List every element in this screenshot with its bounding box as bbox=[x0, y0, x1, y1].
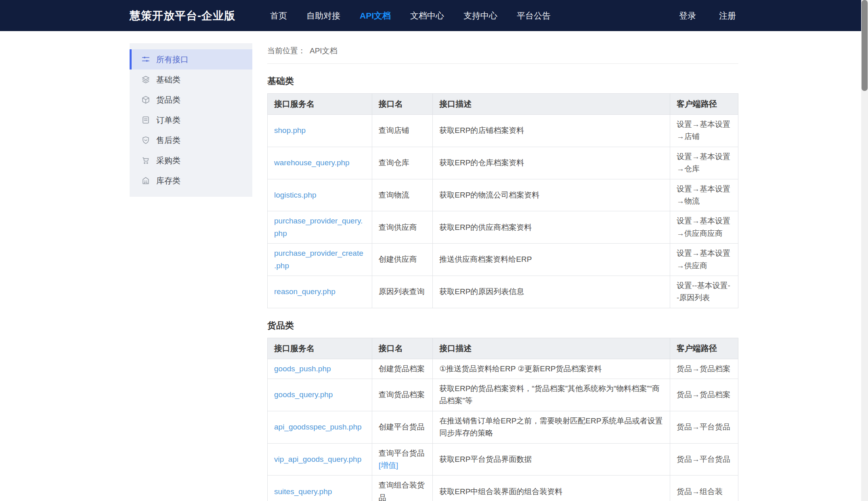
path-cell: 设置→基本设置→供应商 bbox=[670, 244, 738, 276]
top-navbar: 慧策开放平台-企业版 首页自助对接API文档文档中心支持中心平台公告 登录注册 bbox=[0, 0, 868, 31]
column-header: 客户端路径 bbox=[670, 94, 738, 115]
service-cell: purchase_provider_query.php bbox=[268, 211, 372, 244]
service-link[interactable]: reason_query.php bbox=[274, 287, 335, 296]
main-container: 所有接口基础类货品类订单类售后类采购类库存类 当前位置：API文档 基础类接口服… bbox=[130, 43, 738, 501]
client-path: 货品→货品档案 bbox=[677, 364, 730, 373]
sidebar-item-2[interactable]: 货品类 bbox=[130, 90, 252, 110]
desc-cell: 获取ERP的店铺档案资料 bbox=[433, 115, 670, 147]
service-cell: api_goodsspec_push.php bbox=[268, 411, 372, 443]
sidebar-item-1[interactable]: 基础类 bbox=[130, 69, 252, 90]
nav-item-1[interactable]: 自助对接 bbox=[306, 10, 340, 21]
sidebar-item-label: 售后类 bbox=[156, 135, 180, 146]
section-title: 基础类 bbox=[267, 75, 738, 87]
sections-wrapper: 基础类接口服务名接口名接口描述客户端路径shop.php查询店铺获取ERP的店铺… bbox=[267, 75, 738, 501]
name-cell: 查询物流 bbox=[372, 179, 432, 211]
table-row: purchase_provider_create.php创建供应商推送供应商档案… bbox=[268, 244, 738, 276]
auth-nav: 登录注册 bbox=[679, 10, 738, 21]
service-cell: goods_query.php bbox=[268, 379, 372, 411]
nav-item-0[interactable]: 首页 bbox=[270, 10, 287, 21]
sliders-icon bbox=[141, 55, 150, 64]
column-header: 接口描述 bbox=[433, 94, 670, 115]
sidebar-item-5[interactable]: 采购类 bbox=[130, 150, 252, 171]
nav-item-3[interactable]: 文档中心 bbox=[410, 10, 444, 21]
service-link[interactable]: api_goodsspec_push.php bbox=[274, 423, 362, 431]
sidebar-item-4[interactable]: 售后类 bbox=[130, 130, 252, 150]
service-link[interactable]: shop.php bbox=[274, 126, 306, 135]
service-link[interactable]: vip_api_goods_query.php bbox=[274, 455, 361, 463]
api-name: 创建货品档案 bbox=[379, 364, 425, 373]
login-link[interactable]: 登录 bbox=[679, 10, 696, 21]
column-header: 接口描述 bbox=[433, 338, 670, 359]
api-name: 查询货品档案 bbox=[379, 390, 425, 399]
name-cell: 查询店铺 bbox=[372, 115, 432, 147]
api-name: 创建平台货品 bbox=[379, 423, 425, 431]
sidebar-item-label: 库存类 bbox=[156, 175, 180, 186]
sidebar-item-6[interactable]: 库存类 bbox=[130, 171, 252, 191]
column-header: 接口名 bbox=[372, 338, 432, 359]
sidebar-item-label: 所有接口 bbox=[156, 54, 189, 65]
nav-item-2[interactable]: API文档 bbox=[360, 10, 391, 21]
name-cell: 查询仓库 bbox=[372, 147, 432, 179]
navbar-inner: 慧策开放平台-企业版 首页自助对接API文档文档中心支持中心平台公告 登录注册 bbox=[130, 0, 738, 31]
main-nav: 首页自助对接API文档文档中心支持中心平台公告 bbox=[270, 10, 551, 21]
service-cell: warehouse_query.php bbox=[268, 147, 372, 179]
sidebar-item-label: 基础类 bbox=[156, 74, 180, 85]
client-path: 设置→基本设置→物流 bbox=[677, 185, 730, 205]
api-name-extra[interactable]: [增值] bbox=[379, 461, 398, 469]
cart-icon bbox=[141, 156, 150, 165]
service-cell: purchase_provider_create.php bbox=[268, 244, 372, 276]
client-path: 设置→基本设置→仓库 bbox=[677, 152, 730, 173]
desc-cell: 获取ERP的货品档案资料，“货品档案”其他系统称为“物料档案”“商品档案”等 bbox=[433, 379, 670, 411]
table-row: purchase_provider_query.php查询供应商获取ERP的供应… bbox=[268, 211, 738, 244]
nav-item-5[interactable]: 平台公告 bbox=[517, 10, 551, 21]
desc-cell: 获取ERP平台货品界面数据 bbox=[433, 443, 670, 476]
register-link[interactable]: 注册 bbox=[719, 10, 736, 21]
breadcrumb-current: API文档 bbox=[310, 46, 338, 55]
service-link[interactable]: purchase_provider_query.php bbox=[274, 217, 363, 237]
name-cell: 查询供应商 bbox=[372, 211, 432, 244]
path-cell: 货品→货品档案 bbox=[670, 359, 738, 379]
api-name: 查询仓库 bbox=[379, 158, 409, 167]
nav-item-4[interactable]: 支持中心 bbox=[463, 10, 497, 21]
table-row: warehouse_query.php查询仓库获取ERP的仓库档案资料设置→基本… bbox=[268, 147, 738, 179]
service-link[interactable]: goods_query.php bbox=[274, 390, 333, 399]
table-row: goods_push.php创建货品档案①推送货品资料给ERP ②更新ERP货品… bbox=[268, 359, 738, 379]
api-name: 查询物流 bbox=[379, 191, 409, 199]
desc-cell: 获取ERP的仓库档案资料 bbox=[433, 147, 670, 179]
sidebar-item-0[interactable]: 所有接口 bbox=[130, 49, 252, 69]
path-cell: 货品→平台货品 bbox=[670, 443, 738, 476]
service-link[interactable]: logistics.php bbox=[274, 191, 317, 199]
client-path: 设置→基本设置→供应商 bbox=[677, 249, 730, 269]
service-link[interactable]: suites_query.php bbox=[274, 487, 332, 496]
api-table: 接口服务名接口名接口描述客户端路径shop.php查询店铺获取ERP的店铺档案资… bbox=[267, 93, 738, 308]
sidebar-item-label: 采购类 bbox=[156, 155, 180, 166]
breadcrumb-label: 当前位置： bbox=[267, 46, 306, 55]
service-cell: suites_query.php bbox=[268, 476, 372, 501]
table-row: vip_api_goods_query.php查询平台货品[增值]获取ERP平台… bbox=[268, 443, 738, 476]
table-row: goods_query.php查询货品档案获取ERP的货品档案资料，“货品档案”… bbox=[268, 379, 738, 411]
name-cell: 查询货品档案 bbox=[372, 379, 432, 411]
service-cell: vip_api_goods_query.php bbox=[268, 443, 372, 476]
sidebar-item-3[interactable]: 订单类 bbox=[130, 110, 252, 130]
page-scrollbar[interactable] bbox=[861, 0, 868, 501]
desc-cell: 获取ERP的原因列表信息 bbox=[433, 276, 670, 308]
client-path: 设置→基本设置→供应商应商 bbox=[677, 217, 730, 237]
table-header-row: 接口服务名接口名接口描述客户端路径 bbox=[268, 94, 738, 115]
desc-cell: ①推送货品资料给ERP ②更新ERP货品档案资料 bbox=[433, 359, 670, 379]
path-cell: 设置→基本设置→店铺 bbox=[670, 115, 738, 147]
layers-icon bbox=[141, 75, 150, 84]
cube-icon bbox=[141, 95, 150, 104]
table-row: logistics.php查询物流获取ERP的物流公司档案资料设置→基本设置→物… bbox=[268, 179, 738, 211]
name-cell: 创建平台货品 bbox=[372, 411, 432, 443]
path-cell: 设置--基本设置--原因列表 bbox=[670, 276, 738, 308]
table-header-row: 接口服务名接口名接口描述客户端路径 bbox=[268, 338, 738, 359]
column-header: 客户端路径 bbox=[670, 338, 738, 359]
table-row: reason_query.php原因列表查询获取ERP的原因列表信息设置--基本… bbox=[268, 276, 738, 308]
service-link[interactable]: goods_push.php bbox=[274, 364, 331, 373]
column-header: 接口服务名 bbox=[268, 94, 372, 115]
service-link[interactable]: purchase_provider_create.php bbox=[274, 249, 363, 269]
api-name: 查询组合装货品 bbox=[379, 481, 425, 501]
service-link[interactable]: warehouse_query.php bbox=[274, 158, 350, 167]
scrollbar-thumb[interactable] bbox=[862, 0, 868, 91]
section-title: 货品类 bbox=[267, 320, 738, 332]
